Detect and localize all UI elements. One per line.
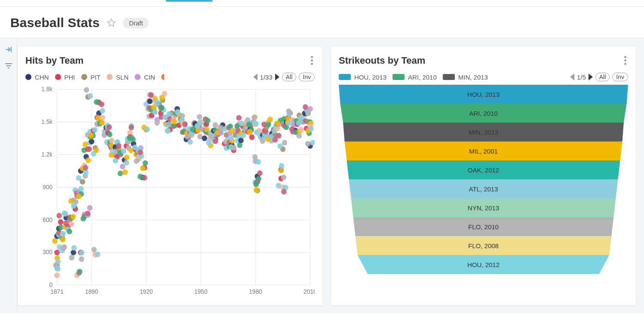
svg-point-387 — [247, 129, 253, 135]
svg-point-111 — [87, 205, 93, 211]
svg-point-208 — [143, 160, 148, 166]
svg-point-252 — [165, 128, 171, 134]
legend-next-icon[interactable] — [275, 74, 279, 80]
legend-item-min2013[interactable]: MIN, 2013 — [443, 74, 488, 81]
svg-point-199 — [134, 158, 139, 164]
svg-point-302 — [197, 120, 203, 126]
svg-point-47 — [60, 237, 66, 243]
svg-text:1920: 1920 — [140, 288, 153, 295]
favorite-star-icon[interactable] — [107, 18, 116, 28]
svg-point-53 — [61, 245, 67, 251]
svg-point-43 — [56, 213, 62, 218]
expand-sidebar-icon[interactable] — [3, 44, 14, 55]
svg-point-140 — [100, 108, 105, 114]
svg-point-392 — [253, 121, 259, 126]
page-header: Baseball Stats Draft — [0, 7, 644, 38]
legend-next-icon[interactable] — [589, 74, 593, 80]
card-menu-icon[interactable] — [623, 54, 628, 67]
svg-point-261 — [172, 119, 177, 124]
svg-marker-0 — [107, 19, 115, 26]
svg-point-70 — [71, 245, 77, 251]
svg-point-449 — [282, 140, 288, 145]
legend-all-button[interactable]: All — [595, 73, 610, 81]
filter-icon[interactable] — [3, 61, 14, 71]
legend-item-sln[interactable]: SLN — [107, 74, 129, 81]
svg-text:1980: 1980 — [249, 288, 262, 295]
svg-point-134 — [94, 99, 99, 105]
svg-point-80 — [77, 269, 83, 274]
svg-point-393 — [251, 115, 257, 120]
svg-text:900: 900 — [43, 183, 52, 190]
svg-text:1.8k: 1.8k — [41, 86, 52, 92]
funnel-segment[interactable]: NYN, 2013 — [339, 198, 628, 217]
legend-inverse-button[interactable]: Inv — [612, 73, 628, 81]
sidebar-rail — [0, 38, 17, 314]
svg-point-149 — [107, 124, 112, 130]
svg-point-101 — [86, 157, 91, 163]
svg-point-232 — [154, 120, 160, 126]
svg-point-385 — [249, 134, 255, 140]
svg-point-164 — [113, 158, 118, 163]
scatter-chart-hits[interactable]: 03006009001.2k1.5k1.8k187118901920195019… — [25, 86, 315, 301]
card-title-hits: Hits by Team — [25, 55, 83, 66]
svg-point-74 — [71, 203, 77, 209]
funnel-segment-label: MIL, 2001 — [469, 148, 498, 155]
legend-item-hou2013[interactable]: HOU, 2013 — [339, 74, 386, 81]
funnel-segment[interactable]: FLO, 2010 — [339, 217, 628, 236]
svg-point-402 — [256, 176, 261, 182]
svg-point-92 — [78, 186, 84, 191]
svg-point-374 — [241, 132, 246, 138]
funnel-segment[interactable]: HOU, 2012 — [339, 255, 628, 274]
svg-point-447 — [281, 175, 287, 180]
legend-item-ari2010[interactable]: ARI, 2010 — [393, 74, 437, 81]
legend-item-cin[interactable]: CIN — [135, 74, 155, 81]
svg-point-404 — [253, 181, 259, 187]
legend-item-chn[interactable]: CHN — [25, 74, 49, 81]
svg-point-231 — [152, 109, 158, 115]
svg-point-95 — [83, 165, 88, 170]
legend-prev-icon[interactable] — [253, 74, 258, 80]
svg-text:1.5k: 1.5k — [41, 118, 52, 125]
svg-text:600: 600 — [43, 216, 52, 223]
funnel-segment[interactable]: OAK, 2012 — [339, 160, 628, 179]
funnel-chart-strikeouts[interactable]: HOU, 2013 ARI, 2010 MIN, 2013 MIL, 2001 … — [339, 85, 628, 274]
svg-point-185 — [129, 125, 134, 130]
svg-point-106 — [88, 93, 93, 98]
funnel-segment[interactable]: ATL, 2013 — [339, 179, 628, 198]
legend-prev-icon[interactable] — [570, 74, 574, 80]
funnel-segment[interactable]: MIN, 2013 — [339, 123, 628, 141]
active-tab-indicator — [166, 0, 212, 2]
funnel-segment[interactable]: HOU, 2013 — [339, 85, 628, 104]
svg-point-395 — [252, 154, 258, 160]
legend-all-button[interactable]: All — [282, 73, 297, 81]
svg-point-218 — [147, 98, 153, 104]
card-menu-icon[interactable] — [309, 54, 315, 67]
legend-overflow-icon[interactable] — [161, 74, 167, 80]
dashboard-grid: Hits by Team CHN PHI PIT SLN CIN 1/33 Al… — [17, 38, 644, 314]
svg-point-405 — [254, 187, 259, 193]
funnel-segment[interactable]: MIL, 2001 — [339, 141, 628, 160]
svg-point-42 — [58, 219, 64, 225]
svg-point-122 — [91, 151, 96, 157]
svg-point-312 — [205, 118, 211, 123]
legend-pager-hits: 1/33 — [260, 74, 273, 81]
svg-point-56 — [62, 210, 67, 216]
legend-item-phi[interactable]: PHI — [55, 74, 75, 81]
legend-item-pit[interactable]: PIT — [81, 74, 101, 81]
svg-point-334 — [218, 130, 224, 135]
svg-point-307 — [202, 135, 207, 141]
svg-point-264 — [175, 109, 181, 115]
svg-point-190 — [130, 137, 136, 142]
legend-inverse-button[interactable]: Inv — [299, 73, 315, 81]
svg-point-282 — [187, 139, 193, 144]
svg-point-501 — [305, 110, 311, 116]
funnel-segment[interactable]: ARI, 2010 — [339, 104, 628, 123]
funnel-segment[interactable]: FLO, 2008 — [339, 236, 628, 255]
svg-point-172 — [118, 171, 123, 176]
svg-point-64 — [67, 229, 72, 234]
svg-point-63 — [69, 221, 74, 227]
legend-hits: CHN PHI PIT SLN CIN 1/33 All Inv — [25, 73, 315, 81]
card-strikeouts-by-team: Strikeouts by Team HOU, 2013 ARI, 2010 M… — [331, 46, 636, 306]
svg-point-366 — [234, 123, 240, 129]
svg-point-169 — [116, 143, 122, 149]
